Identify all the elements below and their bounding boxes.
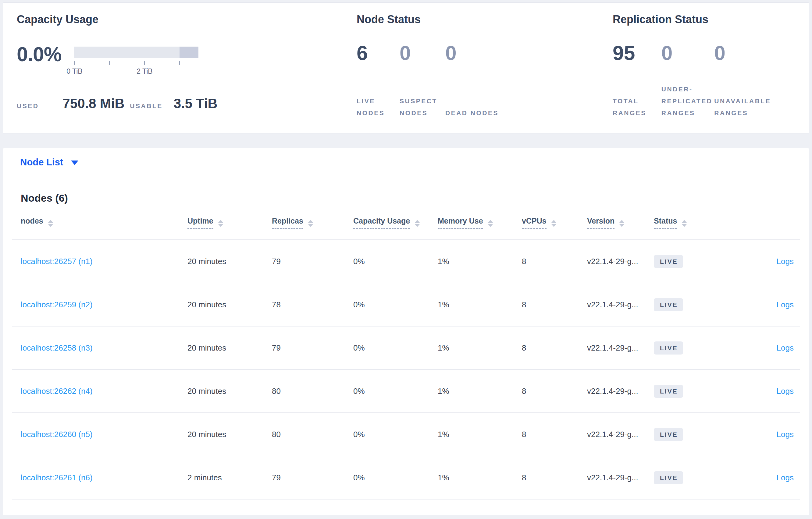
node-link[interactable]: localhost:26261 (n6) xyxy=(21,473,93,482)
unavailable-ranges-value: 0 xyxy=(714,43,795,63)
axis-tick xyxy=(74,61,75,65)
node-link[interactable]: localhost:26259 (n2) xyxy=(21,300,93,309)
vcpus-cell: 8 xyxy=(522,387,587,396)
column-header-label: Replicas xyxy=(272,217,303,229)
column-header-label: nodes xyxy=(21,217,43,225)
status-badge: LIVE xyxy=(654,255,683,268)
column-header-nodes[interactable]: nodes xyxy=(12,217,187,227)
vcpus-cell: 8 xyxy=(522,343,587,353)
capacity-usage-cell: 0% xyxy=(353,343,438,353)
logs-link[interactable]: Logs xyxy=(777,473,794,482)
sort-icon xyxy=(48,220,53,227)
table-row: localhost:26257 (n1) 20 minutes 79 0% 1%… xyxy=(12,240,800,283)
node-list-dropdown[interactable]: Node List xyxy=(3,148,809,176)
status-badge: LIVE xyxy=(654,471,683,484)
capacity-bar-reserved-segment xyxy=(179,47,198,58)
column-header-label: Status xyxy=(654,217,677,229)
axis-tick xyxy=(109,61,110,65)
version-cell: v22.1.4-29-g... xyxy=(587,257,648,266)
axis-tick-label: 2 TiB xyxy=(137,67,152,75)
replicas-cell: 80 xyxy=(272,430,353,439)
under-replicated-ranges-label: UNDER-REPLICATED RANGES xyxy=(661,84,715,119)
logs-link[interactable]: Logs xyxy=(777,387,794,396)
vcpus-cell: 8 xyxy=(522,300,587,309)
capacity-usage-cell: 0% xyxy=(353,430,438,439)
vcpus-cell: 8 xyxy=(522,257,587,266)
capacity-usage-cell: 0% xyxy=(353,257,438,266)
version-cell: v22.1.4-29-g... xyxy=(587,430,648,439)
memory-use-cell: 1% xyxy=(438,300,522,309)
dead-nodes-value: 0 xyxy=(445,43,499,63)
column-header-label: Capacity Usage xyxy=(353,217,410,229)
replicas-cell: 79 xyxy=(272,343,353,353)
logs-link[interactable]: Logs xyxy=(777,300,794,309)
memory-use-cell: 1% xyxy=(438,343,522,353)
uptime-cell: 2 minutes xyxy=(187,473,272,483)
table-row: localhost:26262 (n4) 20 minutes 80 0% 1%… xyxy=(12,370,800,413)
total-ranges-label: TOTAL RANGES xyxy=(613,95,661,119)
replicas-cell: 79 xyxy=(272,473,353,483)
memory-use-cell: 1% xyxy=(438,387,522,396)
status-badge: LIVE xyxy=(654,428,683,441)
sort-icon xyxy=(308,220,313,227)
column-header-uptime[interactable]: Uptime xyxy=(187,217,272,227)
under-replicated-ranges-value: 0 xyxy=(661,43,715,63)
suspect-nodes-label: SUSPECT NODES xyxy=(400,95,445,119)
column-header-vcpus[interactable]: vCPUs xyxy=(522,217,587,227)
column-header-memory-use[interactable]: Memory Use xyxy=(438,217,522,227)
column-header-status[interactable]: Status xyxy=(654,217,721,227)
used-label: USED xyxy=(17,102,39,110)
nodes-table-header: nodes Uptime Replicas Capacity Usage Mem… xyxy=(12,204,800,240)
status-badge: LIVE xyxy=(654,298,683,311)
unavailable-ranges-label: UNAVAILABLE RANGES xyxy=(714,95,795,119)
replicas-cell: 79 xyxy=(272,257,353,266)
capacity-used-usable-row: USED 750.8 MiB USABLE 3.5 TiB xyxy=(17,96,357,111)
capacity-usage-cell: 0% xyxy=(353,473,438,483)
status-badge: LIVE xyxy=(654,341,683,355)
column-header-label: vCPUs xyxy=(522,217,547,229)
sort-icon xyxy=(415,220,420,227)
column-header-replicas[interactable]: Replicas xyxy=(272,217,353,227)
dead-nodes-label: DEAD NODES xyxy=(445,107,499,119)
live-nodes-label: LIVE NODES xyxy=(357,95,400,119)
chevron-down-icon xyxy=(71,160,78,165)
axis-tick xyxy=(179,61,180,65)
column-header-capacity-usage[interactable]: Capacity Usage xyxy=(353,217,438,227)
node-link[interactable]: localhost:26260 (n5) xyxy=(21,430,93,439)
sort-icon xyxy=(551,220,556,227)
unavailable-ranges-stat: 0 UNAVAILABLE RANGES xyxy=(714,43,795,119)
node-link[interactable]: localhost:26262 (n4) xyxy=(21,387,93,396)
uptime-cell: 20 minutes xyxy=(187,387,272,396)
capacity-usage-chart: 0.0% 0 TiB 2 TiB xyxy=(17,44,357,77)
node-link[interactable]: localhost:26258 (n3) xyxy=(21,343,93,353)
logs-link[interactable]: Logs xyxy=(777,257,794,266)
sort-icon xyxy=(682,220,687,227)
sort-icon xyxy=(218,220,223,227)
table-row: localhost:26259 (n2) 20 minutes 78 0% 1%… xyxy=(12,283,800,327)
capacity-usage-cell: 0% xyxy=(353,387,438,396)
usable-label: USABLE xyxy=(130,102,163,110)
replicas-cell: 80 xyxy=(272,387,353,396)
uptime-cell: 20 minutes xyxy=(187,343,272,353)
nodes-table-card: Nodes (6) nodes Uptime Replicas Capacity… xyxy=(3,176,809,515)
capacity-axis-ticks xyxy=(74,61,198,65)
table-row: localhost:26260 (n5) 20 minutes 80 0% 1%… xyxy=(12,413,800,456)
logs-link[interactable]: Logs xyxy=(777,430,794,439)
sort-icon xyxy=(488,220,493,227)
sort-icon xyxy=(619,220,624,227)
table-row: localhost:26258 (n3) 20 minutes 79 0% 1%… xyxy=(12,327,800,370)
replication-stats: 95 TOTAL RANGES 0 UNDER-REPLICATED RANGE… xyxy=(613,43,795,119)
node-status-stats: 6 LIVE NODES 0 SUSPECT NODES 0 DEAD NODE… xyxy=(357,43,613,119)
version-cell: v22.1.4-29-g... xyxy=(587,300,648,309)
nodes-table-title: Nodes (6) xyxy=(21,192,800,204)
version-cell: v22.1.4-29-g... xyxy=(587,387,648,396)
uptime-cell: 20 minutes xyxy=(187,430,272,439)
capacity-percent-value: 0.0% xyxy=(17,44,61,77)
column-header-version[interactable]: Version xyxy=(587,217,654,227)
node-link[interactable]: localhost:26257 (n1) xyxy=(21,257,93,266)
column-header-label: Version xyxy=(587,217,614,229)
used-value: 750.8 MiB xyxy=(62,96,124,111)
replication-status-title: Replication Status xyxy=(613,13,795,26)
logs-link[interactable]: Logs xyxy=(777,343,794,353)
axis-tick xyxy=(144,61,145,65)
